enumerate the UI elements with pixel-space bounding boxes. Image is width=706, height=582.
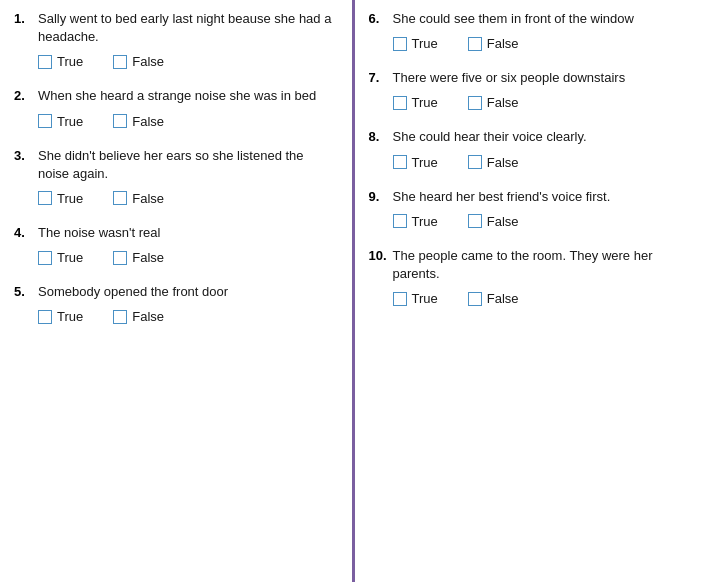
option-true-10[interactable]: True (393, 291, 438, 306)
question-text-3: She didn't believe her ears so she liste… (38, 147, 338, 183)
true-label-6: True (412, 36, 438, 51)
option-true-3[interactable]: True (38, 191, 83, 206)
option-true-9[interactable]: True (393, 214, 438, 229)
checkbox-true-8[interactable] (393, 155, 407, 169)
question-text-1: Sally went to bed early last night beaus… (38, 10, 338, 46)
checkbox-false-3[interactable] (113, 191, 127, 205)
option-true-4[interactable]: True (38, 250, 83, 265)
true-label-1: True (57, 54, 83, 69)
false-label-9: False (487, 214, 519, 229)
question-block-6: 6. She could see them in front of the wi… (369, 10, 693, 51)
true-label-5: True (57, 309, 83, 324)
question-number-2: 2. (14, 87, 32, 105)
question-block-9: 9. She heard her best friend's voice fir… (369, 188, 693, 229)
checkbox-true-10[interactable] (393, 292, 407, 306)
question-block-3: 3. She didn't believe her ears so she li… (14, 147, 338, 206)
question-number-6: 6. (369, 10, 387, 28)
true-label-8: True (412, 155, 438, 170)
checkbox-true-2[interactable] (38, 114, 52, 128)
checkbox-true-1[interactable] (38, 55, 52, 69)
checkbox-false-7[interactable] (468, 96, 482, 110)
option-false-2[interactable]: False (113, 114, 164, 129)
option-true-6[interactable]: True (393, 36, 438, 51)
options-4: True False (14, 250, 338, 265)
checkbox-false-8[interactable] (468, 155, 482, 169)
option-false-8[interactable]: False (468, 155, 519, 170)
question-number-3: 3. (14, 147, 32, 183)
checkbox-true-5[interactable] (38, 310, 52, 324)
question-text-10: The people came to the room. They were h… (393, 247, 692, 283)
checkbox-false-5[interactable] (113, 310, 127, 324)
question-number-9: 9. (369, 188, 387, 206)
false-label-7: False (487, 95, 519, 110)
options-9: True False (369, 214, 693, 229)
option-false-9[interactable]: False (468, 214, 519, 229)
options-3: True False (14, 191, 338, 206)
question-number-4: 4. (14, 224, 32, 242)
right-column: 6. She could see them in front of the wi… (355, 0, 707, 582)
false-label-6: False (487, 36, 519, 51)
checkbox-false-10[interactable] (468, 292, 482, 306)
question-block-8: 8. She could hear their voice clearly. T… (369, 128, 693, 169)
question-text-4: The noise wasn't real (38, 224, 160, 242)
question-text-7: There were five or six people downstairs (393, 69, 626, 87)
checkbox-true-4[interactable] (38, 251, 52, 265)
question-block-10: 10. The people came to the room. They we… (369, 247, 693, 306)
question-number-8: 8. (369, 128, 387, 146)
checkbox-false-6[interactable] (468, 37, 482, 51)
main-container: 1. Sally went to bed early last night be… (0, 0, 706, 582)
question-number-1: 1. (14, 10, 32, 46)
checkbox-true-7[interactable] (393, 96, 407, 110)
true-label-2: True (57, 114, 83, 129)
question-text-6: She could see them in front of the windo… (393, 10, 634, 28)
checkbox-true-6[interactable] (393, 37, 407, 51)
question-number-5: 5. (14, 283, 32, 301)
false-label-4: False (132, 250, 164, 265)
option-false-6[interactable]: False (468, 36, 519, 51)
option-false-10[interactable]: False (468, 291, 519, 306)
option-false-5[interactable]: False (113, 309, 164, 324)
checkbox-false-9[interactable] (468, 214, 482, 228)
option-true-2[interactable]: True (38, 114, 83, 129)
true-label-10: True (412, 291, 438, 306)
checkbox-true-3[interactable] (38, 191, 52, 205)
false-label-5: False (132, 309, 164, 324)
options-8: True False (369, 155, 693, 170)
option-false-1[interactable]: False (113, 54, 164, 69)
true-label-9: True (412, 214, 438, 229)
false-label-1: False (132, 54, 164, 69)
checkbox-true-9[interactable] (393, 214, 407, 228)
option-true-8[interactable]: True (393, 155, 438, 170)
left-column: 1. Sally went to bed early last night be… (0, 0, 352, 582)
question-block-5: 5. Somebody opened the front door True F… (14, 283, 338, 324)
option-true-5[interactable]: True (38, 309, 83, 324)
question-text-5: Somebody opened the front door (38, 283, 228, 301)
options-2: True False (14, 114, 338, 129)
option-true-1[interactable]: True (38, 54, 83, 69)
question-text-2: When she heard a strange noise she was i… (38, 87, 316, 105)
false-label-3: False (132, 191, 164, 206)
question-block-7: 7. There were five or six people downsta… (369, 69, 693, 110)
true-label-7: True (412, 95, 438, 110)
options-10: True False (369, 291, 693, 306)
question-block-2: 2. When she heard a strange noise she wa… (14, 87, 338, 128)
question-block-4: 4. The noise wasn't real True False (14, 224, 338, 265)
checkbox-false-4[interactable] (113, 251, 127, 265)
option-false-7[interactable]: False (468, 95, 519, 110)
question-number-7: 7. (369, 69, 387, 87)
question-text-8: She could hear their voice clearly. (393, 128, 587, 146)
option-true-7[interactable]: True (393, 95, 438, 110)
options-7: True False (369, 95, 693, 110)
false-label-2: False (132, 114, 164, 129)
options-6: True False (369, 36, 693, 51)
true-label-4: True (57, 250, 83, 265)
option-false-3[interactable]: False (113, 191, 164, 206)
option-false-4[interactable]: False (113, 250, 164, 265)
checkbox-false-2[interactable] (113, 114, 127, 128)
question-block-1: 1. Sally went to bed early last night be… (14, 10, 338, 69)
options-1: True False (14, 54, 338, 69)
checkbox-false-1[interactable] (113, 55, 127, 69)
false-label-8: False (487, 155, 519, 170)
question-number-10: 10. (369, 247, 387, 283)
false-label-10: False (487, 291, 519, 306)
